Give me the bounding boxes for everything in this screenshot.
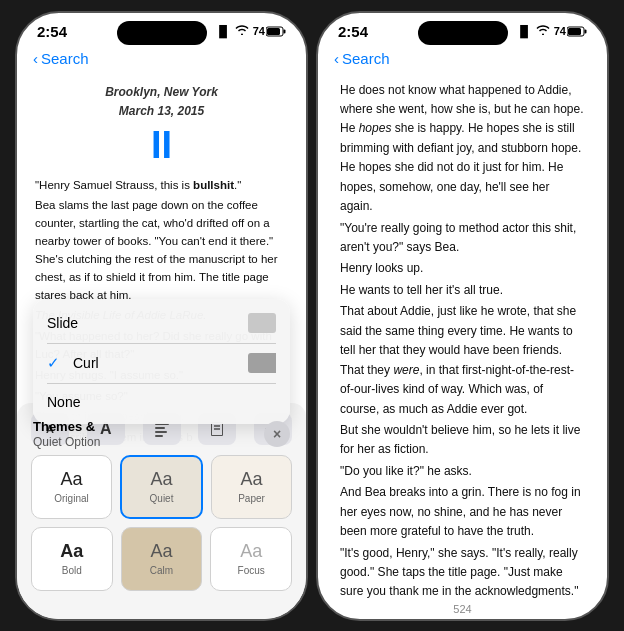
theme-row-2: Aa Bold Aa Calm Aa Focus: [31, 527, 292, 591]
theme-paper[interactable]: Aa Paper: [211, 455, 292, 519]
theme-bold-sample: Aa: [60, 541, 83, 562]
transition-slide[interactable]: Slide: [33, 303, 290, 343]
theme-original-label: Original: [54, 493, 88, 504]
theme-paper-label: Paper: [238, 493, 265, 504]
nav-bar-right: ‹ Search: [318, 46, 607, 75]
theme-focus[interactable]: Aa Focus: [210, 527, 292, 591]
theme-bold-label: Bold: [62, 565, 82, 576]
para-1: "You're really going to method actor thi…: [340, 219, 585, 258]
theme-calm-label: Calm: [150, 565, 173, 576]
chapter-number: II: [35, 125, 288, 167]
curl-label: Curl: [73, 355, 99, 371]
chevron-left-right-icon: ‹: [334, 50, 339, 67]
book-header: Brooklyn, New York March 13, 2015 II: [35, 83, 288, 167]
time-right: 2:54: [338, 23, 368, 40]
theme-row-1: Aa Original Aa Quiet Aa Paper: [31, 455, 292, 519]
para-7: And Bea breaks into a grin. There is no …: [340, 483, 585, 541]
theme-original[interactable]: Aa Original: [31, 455, 112, 519]
wifi-icon: [235, 25, 249, 37]
theme-quiet[interactable]: Aa Quiet: [120, 455, 203, 519]
theme-quiet-sample: Aa: [150, 469, 172, 490]
svg-rect-1: [284, 29, 286, 33]
para-5: But she wouldn't believe him, so he lets…: [340, 421, 585, 460]
para-3: He wants to tell her it's all true.: [340, 281, 585, 300]
para-4: That about Addie, just like he wrote, th…: [340, 302, 585, 419]
theme-calm[interactable]: Aa Calm: [121, 527, 203, 591]
theme-paper-sample: Aa: [240, 469, 262, 490]
theme-focus-label: Focus: [238, 565, 265, 576]
back-label-right: Search: [342, 50, 390, 67]
time-left: 2:54: [37, 23, 67, 40]
battery-left: 74: [253, 25, 286, 37]
signal-icon: ▐▌: [215, 25, 231, 37]
slide-label: Slide: [47, 315, 78, 331]
svg-rect-16: [568, 28, 581, 35]
back-button-right[interactable]: ‹ Search: [334, 50, 390, 67]
curl-icon: [248, 353, 276, 373]
status-icons-left: ▐▌ 74: [215, 25, 286, 37]
status-icons-right: ▐▌ 74: [516, 25, 587, 37]
transition-curl[interactable]: ✓ Curl: [33, 343, 290, 383]
transition-none[interactable]: None: [33, 384, 290, 420]
theme-calm-sample: Aa: [150, 541, 172, 562]
svg-rect-15: [585, 29, 587, 33]
page-number: 524: [318, 599, 607, 619]
back-label-left: Search: [41, 50, 89, 67]
signal-right-icon: ▐▌: [516, 25, 532, 37]
slide-icon: [248, 313, 276, 333]
battery-right: 74: [554, 25, 587, 37]
theme-original-sample: Aa: [60, 469, 82, 490]
close-button[interactable]: ×: [264, 421, 290, 447]
wifi-right-icon: [536, 25, 550, 37]
right-book-content: He does not know what happened to Addie,…: [318, 75, 607, 599]
para-0: He does not know what happened to Addie,…: [340, 81, 585, 217]
themes-options-bar: Themes & Quiet Option ×: [33, 419, 290, 449]
dynamic-island: [117, 21, 207, 45]
curl-check: ✓: [47, 354, 63, 372]
nav-bar-left: ‹ Search: [17, 46, 306, 75]
dynamic-island-right: [418, 21, 508, 45]
theme-focus-sample: Aa: [240, 541, 262, 562]
para-8: "It's good, Henry," she says. "It's real…: [340, 544, 585, 599]
chevron-left-icon: ‹: [33, 50, 38, 67]
themes-label: Themes & Quiet Option: [33, 419, 100, 449]
none-label: None: [47, 394, 80, 410]
theme-bold[interactable]: Aa Bold: [31, 527, 113, 591]
para-6: "Do you like it?" he asks.: [340, 462, 585, 481]
theme-quiet-label: Quiet: [150, 493, 174, 504]
svg-rect-2: [267, 28, 280, 35]
para-2: Henry looks up.: [340, 259, 585, 278]
back-button-left[interactable]: ‹ Search: [33, 50, 89, 67]
transition-panel: Slide ✓ Curl None: [33, 299, 290, 424]
book-location: Brooklyn, New York March 13, 2015: [35, 83, 288, 121]
